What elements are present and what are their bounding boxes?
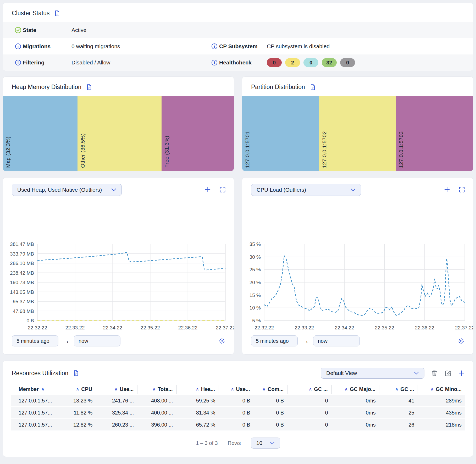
column-header-cpu[interactable]: ∧CPU bbox=[61, 385, 96, 394]
column-label: Member bbox=[19, 386, 39, 392]
fullscreen-icon[interactable] bbox=[219, 186, 226, 193]
value-cell: 241.76 ... bbox=[96, 395, 137, 406]
svg-text:22:35:22: 22:35:22 bbox=[141, 325, 160, 330]
docs-icon[interactable] bbox=[86, 84, 92, 91]
time-from-input[interactable] bbox=[12, 335, 58, 346]
svg-text:0 B: 0 B bbox=[26, 318, 34, 323]
svg-text:381.47 MB: 381.47 MB bbox=[10, 241, 34, 247]
table-row[interactable]: 127.0.0.1:57...12.82 %260.23 ...396.00 .… bbox=[11, 419, 465, 430]
value-cell: 408.00 ... bbox=[137, 395, 176, 406]
svg-text:286.10 MB: 286.10 MB bbox=[10, 261, 34, 266]
arrow-right-icon: → bbox=[63, 337, 70, 345]
segment-label: 127.0.0.1:5703 bbox=[398, 131, 404, 168]
view-selector[interactable]: Default View bbox=[321, 368, 424, 379]
info-icon[interactable] bbox=[13, 59, 23, 66]
page-size-selector[interactable]: 10 bbox=[251, 438, 280, 449]
value-cell: 11.82 % bbox=[61, 407, 96, 418]
info-icon[interactable] bbox=[210, 59, 219, 66]
add-chart-icon[interactable] bbox=[204, 186, 211, 193]
column-header-member[interactable]: Member∧ bbox=[11, 385, 61, 394]
docs-icon[interactable] bbox=[309, 84, 316, 91]
column-label: GC Majo... bbox=[350, 386, 375, 392]
member-cell: 127.0.0.1:57... bbox=[11, 407, 61, 418]
time-from-input[interactable] bbox=[251, 335, 298, 346]
state-value: Active bbox=[71, 27, 210, 33]
svg-text:22:34:22: 22:34:22 bbox=[335, 325, 354, 330]
metric-selector[interactable]: Used Heap, Used Native (Outliers) bbox=[12, 184, 122, 196]
sort-caret-icon: ∧ bbox=[41, 387, 45, 391]
column-label: Use... bbox=[120, 386, 134, 392]
fullscreen-icon[interactable] bbox=[458, 186, 465, 193]
column-header-com[interactable]: ∧Com... bbox=[254, 385, 287, 394]
table-row[interactable]: 127.0.0.1:57...13.23 %241.76 ...408.00 .… bbox=[11, 395, 465, 406]
svg-text:30 %: 30 % bbox=[250, 254, 261, 260]
distribution-segment[interactable]: 127.0.0.1:5701 bbox=[242, 96, 319, 171]
member-cell: 127.0.0.1:57... bbox=[11, 419, 61, 430]
migrations-row: Migrations 0 waiting migrations CP Subsy… bbox=[3, 38, 473, 54]
add-chart-icon[interactable] bbox=[444, 186, 451, 193]
delete-view-icon[interactable] bbox=[431, 369, 438, 377]
value-cell: 0 B bbox=[219, 395, 254, 406]
value-cell: 0ms bbox=[332, 407, 379, 418]
chevron-down-icon bbox=[414, 372, 419, 375]
segment-label: 127.0.0.1:5701 bbox=[245, 131, 251, 168]
value-cell: 400.00 ... bbox=[137, 407, 176, 418]
metric-selector[interactable]: CPU Load (Outliers) bbox=[251, 184, 361, 196]
sort-caret-icon: ∧ bbox=[152, 387, 156, 391]
column-header-gc-majo[interactable]: ∧GC Majo... bbox=[332, 385, 379, 394]
column-header-gc[interactable]: ∧GC ... bbox=[287, 385, 331, 394]
value-cell: 260.23 ... bbox=[96, 419, 137, 430]
chevron-down-icon bbox=[270, 442, 275, 445]
column-header-hea[interactable]: ∧Hea... bbox=[177, 385, 219, 394]
chevron-down-icon bbox=[111, 188, 116, 191]
column-label: GC ... bbox=[400, 386, 414, 392]
svg-text:22:32:22: 22:32:22 bbox=[28, 325, 47, 330]
value-cell: 0 bbox=[287, 407, 331, 418]
migrations-value: 0 waiting migrations bbox=[71, 43, 210, 49]
value-cell: 41 bbox=[379, 395, 418, 406]
add-view-icon[interactable] bbox=[458, 369, 465, 377]
distribution-segment[interactable]: Other (36.5%) bbox=[78, 96, 162, 171]
value-cell: 13.23 % bbox=[61, 395, 96, 406]
distribution-segment[interactable]: Map (32.3%) bbox=[3, 96, 78, 171]
time-to-input[interactable] bbox=[74, 335, 120, 346]
distribution-segment[interactable]: 127.0.0.1:5703 bbox=[396, 96, 473, 171]
info-icon[interactable] bbox=[210, 43, 219, 50]
value-cell: 59.25 % bbox=[177, 395, 219, 406]
docs-icon[interactable] bbox=[54, 10, 60, 17]
state-row: State Active bbox=[3, 22, 473, 38]
svg-text:20 %: 20 % bbox=[250, 280, 261, 285]
column-label: GC Mino... bbox=[436, 386, 462, 392]
settings-gear-icon[interactable] bbox=[218, 338, 225, 345]
arrow-right-icon: → bbox=[302, 337, 309, 345]
sort-caret-icon: ∧ bbox=[196, 387, 199, 391]
column-label: Com... bbox=[268, 386, 284, 392]
docs-icon[interactable] bbox=[73, 370, 79, 377]
table-row[interactable]: 127.0.0.1:57...11.82 %325.34 ...400.00 .… bbox=[11, 407, 465, 418]
sort-caret-icon: ∧ bbox=[231, 387, 234, 391]
cp-subsystem-value: CP subsystem is disabled bbox=[267, 43, 473, 49]
svg-text:22:37:22: 22:37:22 bbox=[455, 325, 473, 330]
partition-distribution-card: Partition Distribution 127.0.0.1:5701127… bbox=[242, 76, 473, 171]
info-icon[interactable] bbox=[13, 43, 23, 50]
value-cell: 0ms bbox=[332, 419, 379, 430]
svg-text:47.68 MB: 47.68 MB bbox=[13, 308, 34, 314]
column-header-tota[interactable]: ∧Tota... bbox=[137, 385, 176, 394]
column-header-gc-mino[interactable]: ∧GC Mino... bbox=[418, 385, 465, 394]
svg-text:22:34:22: 22:34:22 bbox=[103, 325, 122, 330]
value-cell: 289ms bbox=[418, 395, 465, 406]
settings-gear-icon[interactable] bbox=[458, 338, 465, 345]
column-header-use[interactable]: ∧Use... bbox=[219, 385, 254, 394]
svg-text:22:35:22: 22:35:22 bbox=[375, 325, 394, 330]
distribution-segment[interactable]: Free (31.3%) bbox=[162, 96, 234, 171]
column-header-use[interactable]: ∧Use... bbox=[96, 385, 137, 394]
time-to-input[interactable] bbox=[313, 335, 360, 346]
value-cell: 0 bbox=[287, 395, 331, 406]
column-header-gc[interactable]: ∧GC ... bbox=[379, 385, 418, 394]
partition-distribution-title: Partition Distribution bbox=[251, 84, 305, 91]
edit-view-icon[interactable] bbox=[444, 369, 452, 377]
metric-selector-value: Used Heap, Used Native (Outliers) bbox=[17, 187, 102, 193]
value-cell: 435ms bbox=[418, 407, 465, 418]
migrations-label: Migrations bbox=[23, 43, 71, 49]
distribution-segment[interactable]: 127.0.0.1:5702 bbox=[319, 96, 396, 171]
